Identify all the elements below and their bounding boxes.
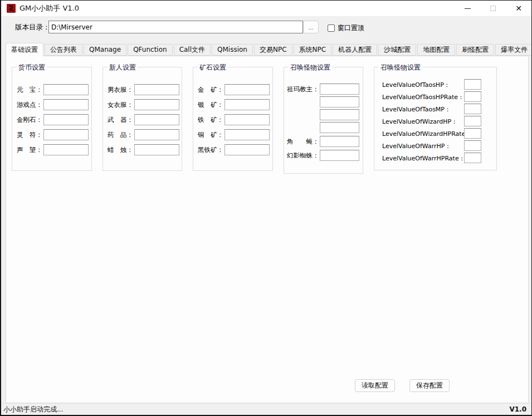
tab-qmission[interactable]: QMission — [212, 44, 253, 56]
input-horned-fly[interactable] — [320, 136, 359, 147]
field-label: 黑铁矿： — [198, 146, 223, 154]
window-title: GM小小助手 V1.0 — [19, 1, 79, 16]
field-label: 游戏点： — [17, 101, 42, 109]
field-row: 祖玛教主： — [284, 84, 363, 95]
group-title: 新人设置 — [108, 63, 138, 72]
field-row: LevelValueOfTaosHPRate： — [374, 91, 496, 102]
field-row: 银 矿： — [193, 99, 272, 110]
field-row: LevelValueOfTaosHP： — [374, 79, 496, 90]
group-title: 召唤怪物设置 — [379, 63, 422, 72]
input-summon-2[interactable] — [320, 96, 359, 107]
field-label: 灵 符： — [17, 131, 42, 139]
field-label: 男衣服： — [108, 86, 133, 94]
input-wizard-hp-rate[interactable] — [464, 128, 481, 139]
input-taos-mp[interactable] — [464, 104, 481, 114]
tab-sandcity-config[interactable]: 沙城配置 — [378, 44, 416, 56]
tab-monster-spawn-config[interactable]: 刷怪配置 — [456, 44, 494, 56]
tab-system-npc[interactable]: 系统NPC — [294, 44, 332, 56]
field-label: 声 望： — [17, 146, 42, 154]
group-currency-settings: 货币设置 元 宝： 游戏点： 金刚石： 灵 符： 声 望： — [12, 67, 92, 171]
field-row: 游戏点： — [12, 99, 91, 110]
topmost-checkbox[interactable] — [328, 25, 335, 32]
field-label: LevelValueOfTaosHPRate： — [382, 93, 464, 101]
group-title: 召唤怪物设置 — [289, 63, 332, 72]
title-bar: GM小小助手 V1.0 ✕ — [1, 1, 531, 16]
status-message: 小小助手启动完成... — [3, 405, 63, 414]
field-row: 女衣服： — [103, 99, 182, 110]
status-bar: 小小助手启动完成... V1.0 — [1, 403, 531, 415]
input-yuanbao[interactable] — [43, 84, 89, 95]
input-warr-hp-rate[interactable] — [464, 153, 481, 163]
tab-call-files[interactable]: Call文件 — [174, 44, 211, 56]
tab-basic-settings[interactable]: 基础设置 — [6, 43, 43, 56]
input-weapon[interactable] — [134, 114, 179, 125]
tab-trade-npc[interactable]: 交易NPC — [254, 44, 292, 56]
input-phantom-spider[interactable] — [320, 150, 359, 161]
version-dir-input[interactable] — [48, 21, 303, 33]
input-iron-ore[interactable] — [224, 114, 270, 125]
load-config-button[interactable]: 读取配置 — [355, 379, 395, 392]
field-label: 铜 矿： — [198, 131, 223, 139]
tab-qfunction[interactable]: QFunction — [128, 44, 173, 56]
field-label: 角 蝇： — [287, 138, 319, 146]
maximize-icon — [490, 6, 496, 11]
field-label: LevelValueOfWarrHP： — [382, 142, 451, 150]
tab-robot-config[interactable]: 机器人配置 — [333, 44, 377, 56]
field-row: LevelValueOfWizardHPRate： — [374, 128, 496, 139]
browse-button[interactable]: ... — [303, 21, 319, 33]
maximize-button[interactable] — [480, 1, 506, 16]
tab-page-basic-settings: 货币设置 元 宝： 游戏点： 金刚石： 灵 符： 声 望： — [6, 56, 529, 403]
input-male-clothes[interactable] — [134, 84, 179, 95]
field-label: 幻影蜘蛛： — [287, 151, 319, 160]
group-title: 货币设置 — [17, 63, 47, 72]
close-button[interactable]: ✕ — [506, 1, 531, 16]
field-row: 铁 矿： — [193, 114, 272, 125]
field-row: 男衣服： — [103, 84, 182, 95]
input-taos-hp-rate[interactable] — [464, 91, 481, 102]
input-candle[interactable] — [134, 144, 179, 155]
input-summon-3[interactable] — [320, 109, 359, 120]
input-reputation[interactable] — [43, 144, 89, 155]
field-label: 蜡 烛： — [108, 146, 133, 154]
field-row: 幻影蜘蛛： — [284, 150, 363, 161]
input-black-iron-ore[interactable] — [224, 144, 270, 155]
field-row: LevelValueOfTaosMP： — [374, 104, 496, 115]
field-label: 金刚石： — [17, 116, 42, 124]
input-gold-ore[interactable] — [224, 84, 270, 95]
input-talisman[interactable] — [43, 129, 89, 140]
field-row: 元 宝： — [12, 84, 91, 95]
field-label: 武 器： — [108, 116, 133, 124]
field-label: 药 品： — [108, 131, 133, 139]
field-label: 银 矿： — [198, 101, 223, 109]
input-summon-4[interactable] — [320, 122, 359, 133]
input-diamond[interactable] — [43, 114, 89, 125]
field-label: 金 矿： — [198, 86, 223, 94]
group-summon-monster-settings: 召唤怪物设置 祖玛教主： 角 蝇： 幻影蜘蛛： — [284, 67, 363, 174]
tab-drop-rate-files[interactable]: 爆率文件 — [495, 44, 532, 56]
field-label: 祖玛教主： — [287, 85, 319, 94]
field-row — [284, 109, 363, 120]
input-warr-hp[interactable] — [464, 140, 481, 151]
input-potion[interactable] — [134, 129, 179, 140]
save-config-button[interactable]: 保存配置 — [409, 379, 450, 392]
field-label: LevelValueOfTaosHP： — [382, 81, 450, 89]
tab-qmanage[interactable]: QManage — [84, 44, 126, 56]
field-row: 灵 符： — [12, 129, 91, 140]
field-row: LevelValueOfWarrHPRate： — [374, 153, 496, 164]
window-controls: ✕ — [455, 1, 531, 16]
tab-map-config[interactable]: 地图配置 — [417, 44, 455, 56]
field-label: LevelValueOfWizardHP： — [382, 118, 457, 126]
input-taos-hp[interactable] — [464, 79, 481, 90]
field-row: 角 蝇： — [284, 136, 363, 147]
tab-announcement-list[interactable]: 公告列表 — [45, 44, 82, 56]
input-female-clothes[interactable] — [134, 99, 179, 110]
input-zuma-leader[interactable] — [320, 84, 359, 95]
input-game-points[interactable] — [43, 99, 89, 110]
input-silver-ore[interactable] — [224, 99, 270, 110]
field-row: 蜡 烛： — [103, 144, 182, 155]
input-wizard-hp[interactable] — [464, 116, 481, 126]
field-row: 铜 矿： — [193, 129, 272, 140]
group-title: 矿石设置 — [198, 63, 228, 72]
input-copper-ore[interactable] — [224, 129, 270, 140]
minimize-button[interactable] — [455, 1, 480, 16]
